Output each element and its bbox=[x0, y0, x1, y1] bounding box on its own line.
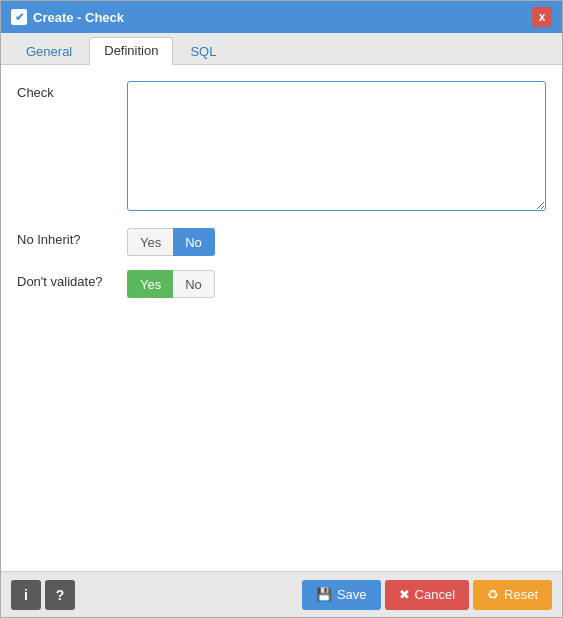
help-button[interactable]: ? bbox=[45, 580, 75, 610]
cancel-icon: ✖ bbox=[399, 587, 410, 602]
save-label: Save bbox=[337, 587, 367, 602]
dont-validate-yes-btn[interactable]: Yes bbox=[127, 270, 173, 298]
tab-sql[interactable]: SQL bbox=[175, 38, 231, 64]
check-input-wrap bbox=[127, 81, 546, 214]
content-area: Check No Inherit? Yes No Don't validate?… bbox=[1, 65, 562, 571]
dont-validate-no-btn[interactable]: No bbox=[173, 270, 215, 298]
dialog-title: Create - Check bbox=[33, 10, 124, 25]
title-bar: ✔ Create - Check x bbox=[1, 1, 562, 33]
info-button[interactable]: i bbox=[11, 580, 41, 610]
title-bar-left: ✔ Create - Check bbox=[11, 9, 124, 25]
cancel-button[interactable]: ✖ Cancel bbox=[385, 580, 469, 610]
footer-right: 💾 Save ✖ Cancel ♻ Reset bbox=[302, 580, 552, 610]
no-inherit-label: No Inherit? bbox=[17, 228, 127, 247]
tab-general[interactable]: General bbox=[11, 38, 87, 64]
tab-definition[interactable]: Definition bbox=[89, 37, 173, 65]
footer-left: i ? bbox=[11, 580, 75, 610]
dialog-icon: ✔ bbox=[11, 9, 27, 25]
reset-label: Reset bbox=[504, 587, 538, 602]
reset-button[interactable]: ♻ Reset bbox=[473, 580, 552, 610]
cancel-label: Cancel bbox=[415, 587, 455, 602]
dont-validate-toggle: Yes No bbox=[127, 270, 215, 298]
close-button[interactable]: x bbox=[532, 7, 552, 27]
tabs-bar: General Definition SQL bbox=[1, 33, 562, 65]
save-icon: 💾 bbox=[316, 587, 332, 602]
no-inherit-toggle: Yes No bbox=[127, 228, 215, 256]
no-inherit-no-btn[interactable]: No bbox=[173, 228, 215, 256]
check-label: Check bbox=[17, 81, 127, 100]
create-check-dialog: ✔ Create - Check x General Definition SQ… bbox=[0, 0, 563, 618]
check-row: Check bbox=[17, 81, 546, 214]
check-textarea[interactable] bbox=[127, 81, 546, 211]
dont-validate-row: Don't validate? Yes No bbox=[17, 270, 546, 298]
dont-validate-label: Don't validate? bbox=[17, 270, 127, 289]
no-inherit-yes-btn[interactable]: Yes bbox=[127, 228, 173, 256]
reset-icon: ♻ bbox=[487, 587, 499, 602]
no-inherit-row: No Inherit? Yes No bbox=[17, 228, 546, 256]
save-button[interactable]: 💾 Save bbox=[302, 580, 381, 610]
footer: i ? 💾 Save ✖ Cancel ♻ Reset bbox=[1, 571, 562, 617]
